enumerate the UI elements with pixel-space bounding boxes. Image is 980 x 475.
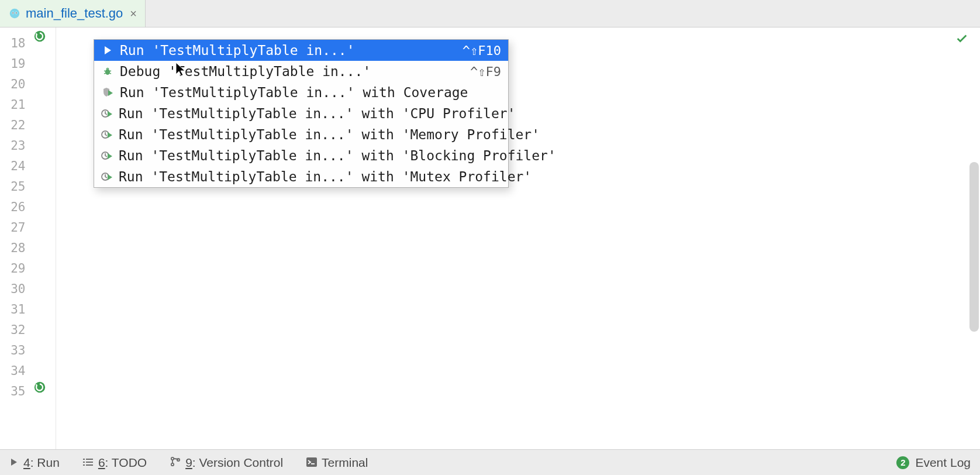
play-clock-icon (101, 107, 113, 120)
line-number: 21 (0, 95, 29, 115)
line-number: 19 (0, 54, 29, 74)
play-shield-icon (101, 86, 114, 99)
svg-rect-16 (83, 459, 85, 460)
play-clock-icon (101, 149, 113, 162)
line-number: 23 (0, 136, 29, 156)
svg-point-0 (10, 9, 20, 19)
menu-item[interactable]: Run 'TestMultiplyTable in...' with 'Bloc… (94, 145, 508, 166)
tab-bar: main_file_test.go × (0, 0, 980, 27)
svg-line-9 (109, 71, 111, 71)
svg-rect-20 (83, 464, 85, 466)
svg-rect-21 (86, 464, 93, 466)
line-number: 24 (0, 156, 29, 177)
gutter-icons (29, 27, 56, 449)
go-file-icon (8, 7, 21, 20)
line-numbers: 181920212223242526272829303132333435 (0, 27, 29, 449)
menu-item-shortcut: ^⇧F10 (463, 43, 501, 58)
line-number: 25 (0, 177, 29, 197)
tool-vcs[interactable]: 9: Version Control (170, 456, 283, 470)
svg-point-3 (12, 12, 13, 13)
svg-rect-17 (86, 459, 93, 460)
editor-tab[interactable]: main_file_test.go × (0, 0, 146, 27)
svg-point-22 (171, 457, 174, 459)
code-area[interactable]: { input: 9999, wantResult: 19998}, { inp… (56, 27, 980, 449)
play-clock-icon (101, 170, 113, 183)
status-bar: 4: Run 6: TODO 9: Version Control Termin… (0, 449, 980, 475)
line-number: 18 (0, 33, 29, 54)
line-number: 31 (0, 300, 29, 320)
line-number: 35 (0, 381, 29, 402)
line-number: 22 (0, 115, 29, 136)
svg-line-8 (104, 71, 106, 71)
line-number: 20 (0, 74, 29, 95)
menu-item-label: Run 'TestMultiplyTable in...' with 'Mute… (119, 169, 532, 184)
cursor-icon (126, 46, 187, 95)
branch-icon (170, 456, 181, 470)
run-test-gutter-icon[interactable] (33, 30, 47, 44)
bug-green-icon (101, 65, 114, 78)
event-log[interactable]: Event Log (915, 456, 971, 470)
run-test-gutter-icon[interactable] (33, 381, 47, 395)
play-icon (9, 456, 19, 470)
svg-point-23 (171, 463, 174, 465)
tool-todo[interactable]: 6: TODO (83, 456, 147, 470)
svg-rect-25 (306, 457, 317, 467)
menu-item-label: Run 'TestMultiplyTable in...' with 'Memo… (119, 127, 540, 142)
svg-point-7 (105, 69, 110, 75)
menu-item[interactable]: Run 'TestMultiplyTable in...' with 'Memo… (94, 124, 508, 145)
svg-line-10 (104, 73, 106, 74)
menu-item-label: Run 'TestMultiplyTable in...' with 'Bloc… (119, 148, 556, 163)
gutter: 181920212223242526272829303132333435 (0, 27, 56, 449)
svg-rect-19 (86, 462, 93, 463)
menu-item-shortcut: ^⇧F9 (470, 64, 501, 79)
line-number: 29 (0, 259, 29, 279)
tool-run[interactable]: 4: Run (9, 456, 60, 470)
menu-item[interactable]: Run 'TestMultiplyTable in...' with 'CPU … (94, 103, 508, 124)
svg-line-11 (109, 73, 111, 74)
tab-filename: main_file_test.go (26, 6, 123, 21)
line-number: 32 (0, 320, 29, 340)
line-number: 26 (0, 197, 29, 218)
terminal-icon (306, 456, 317, 470)
play-green-icon (101, 44, 114, 57)
svg-point-4 (16, 12, 17, 13)
play-clock-icon (101, 128, 113, 141)
close-icon[interactable]: × (130, 7, 137, 20)
tool-terminal[interactable]: Terminal (306, 456, 368, 470)
list-icon (83, 456, 94, 470)
menu-item-label: Run 'TestMultiplyTable in...' with 'CPU … (119, 106, 516, 121)
notification-badge[interactable]: 2 (896, 456, 909, 469)
line-number: 33 (0, 340, 29, 361)
line-number: 28 (0, 238, 29, 259)
menu-item[interactable]: Run 'TestMultiplyTable in...' with 'Mute… (94, 166, 508, 187)
scrollbar[interactable] (969, 162, 979, 332)
svg-rect-18 (83, 462, 85, 463)
line-number: 27 (0, 218, 29, 238)
line-number: 30 (0, 279, 29, 300)
editor: 181920212223242526272829303132333435 { i… (0, 27, 980, 449)
line-number: 34 (0, 361, 29, 381)
svg-rect-26 (311, 463, 315, 464)
